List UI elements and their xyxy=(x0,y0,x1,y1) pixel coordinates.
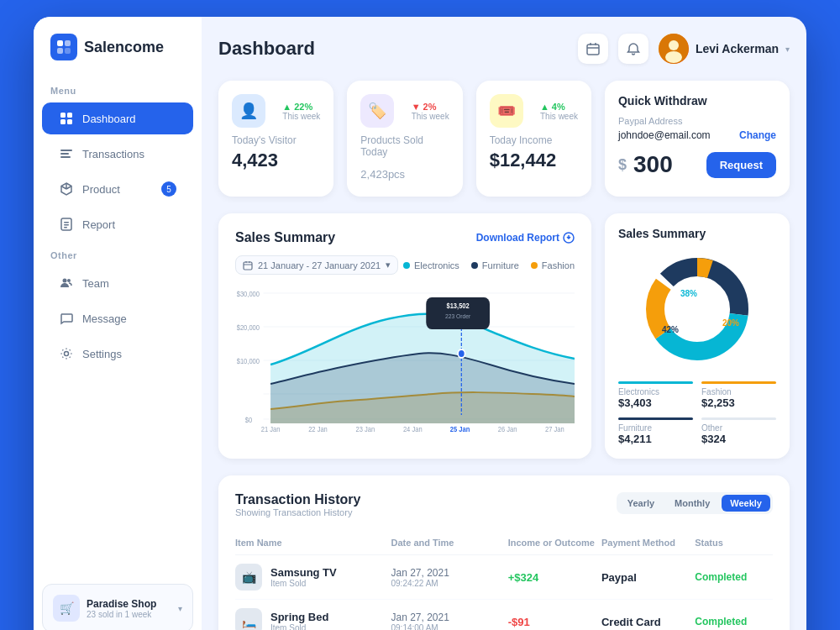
dashboard-label: Dashboard xyxy=(82,113,136,125)
svg-text:24 Jan: 24 Jan xyxy=(403,424,423,433)
other-label: Other xyxy=(34,242,202,265)
sidebar: Salencome Menu Dashboard xyxy=(34,17,202,630)
legend-fashion: Fashion xyxy=(531,260,575,270)
col-payment: Payment Method xyxy=(601,538,695,548)
sidebar-item-team[interactable]: Team xyxy=(42,267,193,299)
svg-text:$30,000: $30,000 xyxy=(237,289,260,298)
qw-amount: 300 xyxy=(633,151,700,178)
svg-rect-10 xyxy=(60,156,71,158)
svg-point-16 xyxy=(67,279,71,282)
sold-value: 2,423pcs xyxy=(360,161,449,183)
col-date-time: Date and Time xyxy=(391,538,508,548)
col-status: Status xyxy=(695,538,773,548)
period-tabs: Yearly Monthly Weekly xyxy=(617,492,773,514)
income-label: Today Income xyxy=(490,134,578,146)
report-label: Report xyxy=(82,218,115,231)
svg-text:23 Jan: 23 Jan xyxy=(356,424,375,433)
logo-icon xyxy=(50,34,77,60)
col-item-name: Item Name xyxy=(235,538,391,548)
product-label: Product xyxy=(82,183,120,196)
svg-rect-2 xyxy=(57,48,63,54)
period-yearly[interactable]: Yearly xyxy=(619,495,663,512)
team-label: Team xyxy=(82,277,109,290)
legend-furniture: Furniture xyxy=(471,260,519,270)
donut-chart: 38% 20% 42% xyxy=(638,250,756,368)
item-thumb-bed: 🛏️ xyxy=(235,608,262,630)
svg-point-20 xyxy=(669,40,679,50)
svg-text:$20,000: $20,000 xyxy=(237,323,260,332)
svg-rect-14 xyxy=(64,227,67,228)
row2-method: Credit Card xyxy=(601,616,695,628)
income-value: $12,442 xyxy=(490,150,578,171)
product-badge: 5 xyxy=(161,181,176,197)
stat-visitors: 👤 ▲22% This week Today's Visitor 4,423 xyxy=(218,81,333,197)
sold-label: Products Sold Today xyxy=(360,134,449,158)
stat-sold: 🏷️ ▼2% This week Products Sold Today 2,4… xyxy=(347,81,462,197)
user-profile[interactable]: Levi Ackerman ▾ xyxy=(659,34,790,64)
visitors-label: Today's Visitor xyxy=(232,134,320,146)
header-right: Levi Ackerman ▾ xyxy=(578,34,790,64)
sold-icon: 🏷️ xyxy=(360,94,394,128)
sidebar-bottom: 🛒 Paradise Shop 23 sold in 1 week ▾ Sale… xyxy=(34,584,202,630)
legend-fashion-value: Fashion $2,253 xyxy=(701,381,776,409)
sidebar-item-product[interactable]: Product 5 xyxy=(42,173,193,205)
svg-text:$10,000: $10,000 xyxy=(237,356,260,365)
shop-name: Paradise Shop xyxy=(87,598,171,610)
svg-rect-12 xyxy=(64,222,69,223)
main-content: Dashboard xyxy=(202,17,806,630)
svg-rect-4 xyxy=(60,113,66,118)
row2-time: 09:14:00 AM xyxy=(391,623,508,631)
stats-row: 👤 ▲22% This week Today's Visitor 4,423 🏷… xyxy=(218,81,790,197)
visitors-badge: ▲22% xyxy=(282,102,320,112)
svg-point-17 xyxy=(65,352,69,356)
svg-rect-23 xyxy=(244,262,252,270)
brand-name: Salencome xyxy=(84,39,164,56)
dashboard-icon xyxy=(59,111,74,126)
date-filter[interactable]: 21 January - 27 January 2021 ▾ xyxy=(235,255,398,275)
sidebar-item-report[interactable]: Report xyxy=(42,208,193,240)
report-icon xyxy=(59,217,74,232)
svg-rect-1 xyxy=(65,40,71,46)
svg-point-15 xyxy=(63,279,67,283)
shop-card[interactable]: 🛒 Paradise Shop 23 sold in 1 week ▾ xyxy=(42,584,193,630)
qw-request-button[interactable]: Request xyxy=(706,152,776,178)
sold-badge: ▼2% xyxy=(412,102,449,112)
svg-text:$0: $0 xyxy=(245,415,253,424)
settings-icon xyxy=(59,346,74,361)
chart-legends: Electronics Furniture Fashion xyxy=(403,260,575,270)
user-name: Levi Ackerman xyxy=(696,42,779,55)
visitors-value: 4,423 xyxy=(232,150,320,171)
page-header: Dashboard xyxy=(218,34,790,64)
transactions-label: Transactions xyxy=(82,148,144,160)
svg-text:223 Order: 223 Order xyxy=(445,312,471,320)
stat-income: 🎟️ ▲4% This week Today Income $12,442 xyxy=(476,81,591,197)
download-report-button[interactable]: Download Report xyxy=(476,232,575,244)
period-weekly[interactable]: Weekly xyxy=(722,495,770,512)
qw-dollar-sign: $ xyxy=(618,156,627,174)
qw-change-button[interactable]: Change xyxy=(739,129,776,141)
svg-text:21 Jan: 21 Jan xyxy=(261,424,281,433)
svg-text:25 Jan: 25 Jan xyxy=(450,424,470,433)
donut-legend: Electronics $3,403 Fashion $2,253 Furnit… xyxy=(618,381,776,445)
sidebar-item-dashboard[interactable]: Dashboard xyxy=(42,102,193,134)
notification-button[interactable] xyxy=(618,34,648,64)
income-icon: 🎟️ xyxy=(490,94,523,128)
item-thumb-tv: 📺 xyxy=(235,564,262,591)
legend-electronics: Electronics xyxy=(403,260,459,270)
item-sub-bed: Item Sold xyxy=(270,623,328,630)
svg-point-34 xyxy=(458,349,465,358)
qw-paypal-label: Paypal Address xyxy=(618,116,776,126)
sidebar-item-settings[interactable]: Settings xyxy=(42,338,193,370)
period-monthly[interactable]: Monthly xyxy=(666,495,718,512)
menu-label: Menu xyxy=(34,77,202,101)
svg-rect-13 xyxy=(64,224,69,226)
sidebar-item-message[interactable]: Message xyxy=(42,302,193,334)
sidebar-item-transactions[interactable]: Transactions xyxy=(42,138,193,170)
item-name-bed: Spring Bed xyxy=(270,611,328,623)
team-icon xyxy=(59,276,74,291)
visitors-icon: 👤 xyxy=(232,94,265,128)
transaction-card: Transaction History Showing Transaction … xyxy=(218,475,790,630)
donut-title: Sales Summary xyxy=(618,227,776,240)
avatar xyxy=(659,34,689,64)
calendar-button[interactable] xyxy=(578,34,608,64)
